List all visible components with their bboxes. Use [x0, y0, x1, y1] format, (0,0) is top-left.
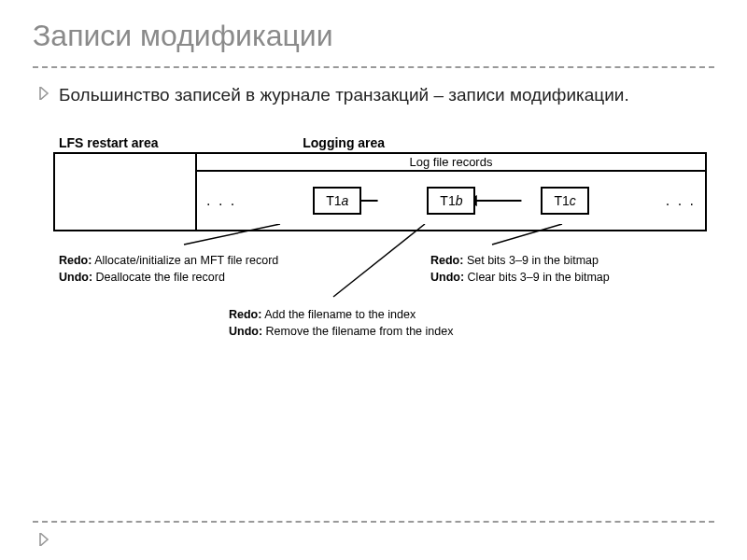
caption-t1a: Redo: Allocate/initialize an MFT file re… [59, 252, 320, 287]
undo-text: Undo: Clear bits 3–9 in the bitmap [430, 269, 701, 287]
caption-t1b: Redo: Add the filename to the index Undo… [229, 306, 528, 342]
slide: Записи модификации Большинство записей в… [0, 0, 747, 398]
page-title: Записи модификации [33, 19, 714, 68]
label-lfs: LFS restart area [53, 135, 209, 150]
label-logging: Logging area [209, 135, 707, 150]
caption-t1c: Redo: Set bits 3–9 in the bitmap Undo: C… [430, 252, 701, 287]
redo-text: Redo: Allocate/initialize an MFT file re… [59, 252, 320, 270]
captions: Redo: Allocate/initialize an MFT file re… [53, 239, 707, 379]
bullet-text: Большинство записей в журнале транзакций… [59, 83, 629, 107]
redo-text: Redo: Add the filename to the index [229, 306, 528, 324]
top-labels: LFS restart area Logging area [53, 135, 707, 150]
log-diagram: LFS restart area Logging area Log file r… [53, 135, 707, 379]
footer-arrow-icon [38, 533, 49, 546]
undo-text: Undo: Deallocate the file record [59, 269, 320, 287]
log-header: Log file records [197, 154, 705, 172]
record-t1b: T1b [427, 187, 475, 215]
record-t1a: T1a [313, 187, 361, 215]
log-area: Log file records . . . T1a T1b T1c . . . [197, 154, 705, 230]
outer-box: Log file records . . . T1a T1b T1c . . . [53, 152, 707, 231]
log-body: . . . T1a T1b T1c . . . [197, 172, 705, 230]
bullet-item: Большинство записей в журнале транзакций… [38, 83, 714, 107]
undo-text: Undo: Remove the filename from the index [229, 323, 528, 341]
lfs-area [55, 154, 197, 230]
record-t1c: T1c [541, 187, 588, 215]
redo-text: Redo: Set bits 3–9 in the bitmap [430, 252, 701, 270]
footer-divider [33, 521, 714, 523]
arrow-icon [38, 87, 49, 100]
